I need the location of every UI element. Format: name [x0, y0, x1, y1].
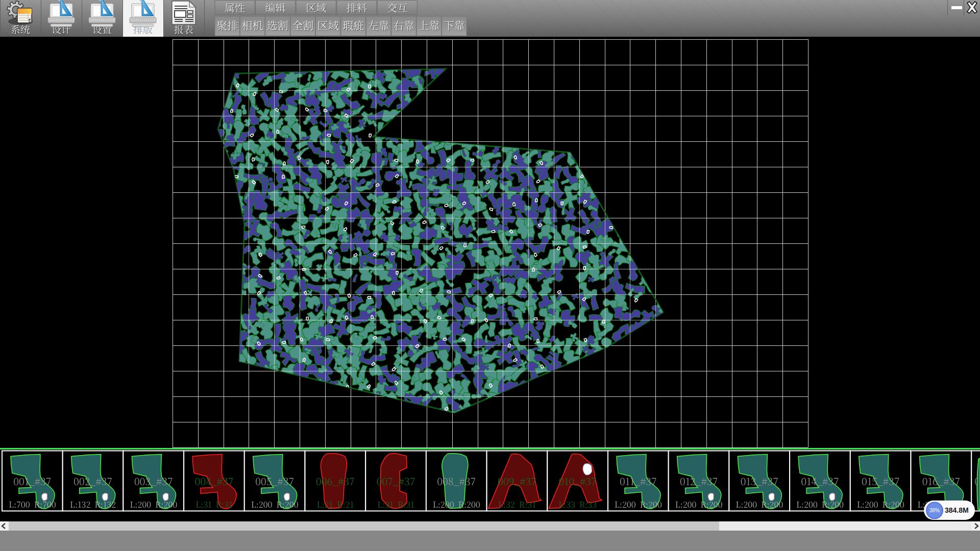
svg-text:38%: 38%: [929, 508, 940, 513]
svg-text:384.8M: 384.8M: [945, 506, 969, 514]
